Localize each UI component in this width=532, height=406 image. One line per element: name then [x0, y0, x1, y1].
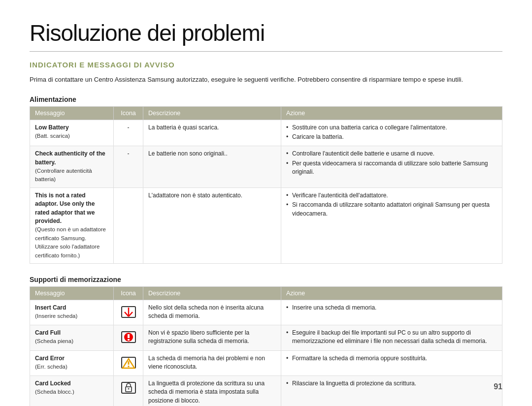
col-header-3: Azione	[281, 106, 502, 120]
intro-text: Prima di contattare un Centro Assistenza…	[30, 75, 502, 85]
cell-icon-0	[114, 300, 143, 325]
action-item: Verificare l'autenticità dell'adattatore…	[286, 191, 497, 200]
cell-msg-1: Card Full (Scheda piena)	[30, 325, 114, 350]
cell-msg-0: Low Battery (Batt. scarica)	[30, 120, 114, 146]
cell-msg-1: Check authenticity of the battery. (Cont…	[30, 146, 114, 188]
page-number: 91	[494, 382, 502, 391]
col-header-0: Messaggio	[30, 286, 114, 300]
cell-msg-2: This is not a rated adaptor. Use only th…	[30, 187, 114, 263]
table-row: Check authenticity of the battery. (Cont…	[30, 146, 502, 188]
col-header-3: Azione	[281, 286, 502, 300]
cell-desc-3: La linguetta di protezione da scrittura …	[143, 375, 281, 406]
table-row: Card Full (Scheda piena) Non vi è spazio…	[30, 325, 502, 350]
cell-desc-1: Le batterie non sono originali..	[143, 146, 281, 188]
cell-action-2: Formattare la scheda di memoria oppure s…	[281, 350, 502, 375]
svg-rect-11	[128, 366, 129, 367]
table-0: MessaggioIconaDescrizioneAzioneLow Batte…	[30, 106, 502, 264]
cell-action-0: Sostituire con una batteria carica o col…	[281, 120, 502, 146]
section-heading: INDICATORI E MESSAGGI DI AVVISO	[30, 61, 502, 69]
svg-rect-6	[128, 334, 130, 338]
subsection-0: AlimentazioneMessaggioIconaDescrizioneAz…	[30, 95, 502, 264]
cell-icon-1	[114, 325, 143, 350]
action-item: Inserire una scheda di memoria.	[286, 304, 497, 312]
cell-desc-2: La scheda di memoria ha dei problemi e n…	[143, 350, 281, 375]
svg-rect-10	[128, 361, 129, 365]
cell-msg-3: Card Locked (Scheda blocc.)	[30, 375, 114, 406]
cell-action-2: Verificare l'autenticità dell'adattatore…	[281, 187, 502, 263]
cell-action-1: Controllare l'autenticit delle batterie …	[281, 146, 502, 188]
table-row: Low Battery (Batt. scarica)-La batteria …	[30, 120, 502, 146]
cell-icon-0: -	[114, 120, 143, 146]
col-header-1: Icona	[114, 286, 143, 300]
cell-icon-2	[114, 350, 143, 375]
action-item: Rilasciare la linguetta di protezione da…	[286, 379, 497, 388]
table-row: This is not a rated adaptor. Use only th…	[30, 187, 502, 263]
subsection-1: Supporti di memorizzazioneMessaggioIcona…	[30, 276, 502, 406]
col-header-1: Icona	[114, 106, 143, 120]
cell-icon-1: -	[114, 146, 143, 188]
action-item: Eseguire il backup dei file importanti s…	[286, 329, 497, 346]
action-item: Sostituire con una batteria carica o col…	[286, 124, 497, 132]
action-item: Formattare la scheda di memoria oppure s…	[286, 354, 497, 363]
table-row: Card Locked (Scheda blocc.) La linguetta…	[30, 375, 502, 406]
cell-icon-2	[114, 187, 143, 263]
action-item: Caricare la batteria.	[286, 133, 497, 141]
svg-point-14	[128, 388, 129, 389]
page-title: Risoluzione dei problemi	[30, 20, 502, 46]
table-1: MessaggioIconaDescrizioneAzioneInsert Ca…	[30, 286, 502, 406]
title-divider	[30, 51, 502, 52]
cell-action-0: Inserire una scheda di memoria.	[281, 300, 502, 325]
col-header-2: Descrizione	[143, 106, 281, 120]
cell-desc-0: Nello slot della scheda non è inserita a…	[143, 300, 281, 325]
action-item: Si raccomanda di utilizzare soltanto ada…	[286, 201, 497, 218]
table-row: Card Error (Err. scheda) La scheda di me…	[30, 350, 502, 375]
svg-rect-7	[128, 339, 130, 341]
cell-msg-0: Insert Card (Inserire scheda)	[30, 300, 114, 325]
subsection-title-1: Supporti di memorizzazione	[30, 276, 502, 283]
cell-action-3: Rilasciare la linguetta di protezione da…	[281, 375, 502, 406]
action-item: Controllare l'autenticit delle batterie …	[286, 150, 497, 158]
cell-icon-3	[114, 375, 143, 406]
subsection-title-0: Alimentazione	[30, 95, 502, 103]
col-header-0: Messaggio	[30, 106, 114, 120]
cell-msg-2: Card Error (Err. scheda)	[30, 350, 114, 375]
cell-action-1: Eseguire il backup dei file importanti s…	[281, 325, 502, 350]
cell-desc-0: La batteria è quasi scarica.	[143, 120, 281, 146]
col-header-2: Descrizione	[143, 286, 281, 300]
action-item: Per questa videocamera si raccomanda di …	[286, 159, 497, 177]
table-row: Insert Card (Inserire scheda) Nello slot…	[30, 300, 502, 325]
cell-desc-2: L'adattatore non è stato autenticato.	[143, 187, 281, 263]
cell-desc-1: Non vi è spazio libero sufficiente per l…	[143, 325, 281, 350]
content-area: AlimentazioneMessaggioIconaDescrizioneAz…	[30, 95, 502, 406]
